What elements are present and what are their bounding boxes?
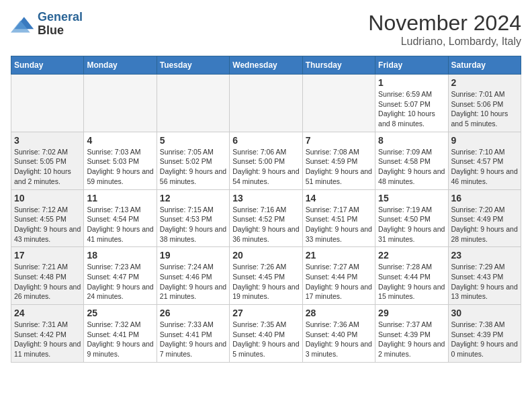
calendar-day-cell <box>84 75 157 132</box>
day-info: Sunrise: 7:09 AM Sunset: 4:58 PM Dayligh… <box>378 147 445 187</box>
day-info: Sunrise: 7:29 AM Sunset: 4:43 PM Dayligh… <box>451 262 518 302</box>
calendar-day-cell: 17Sunrise: 7:21 AM Sunset: 4:48 PM Dayli… <box>11 247 84 305</box>
calendar-day-cell: 8Sunrise: 7:09 AM Sunset: 4:58 PM Daylig… <box>375 132 448 189</box>
day-info: Sunrise: 7:36 AM Sunset: 4:40 PM Dayligh… <box>306 320 372 359</box>
calendar-day-cell: 13Sunrise: 7:16 AM Sunset: 4:52 PM Dayli… <box>230 189 302 247</box>
day-number: 4 <box>87 135 153 146</box>
day-number: 7 <box>306 135 372 146</box>
calendar-day-cell: 29Sunrise: 7:37 AM Sunset: 4:39 PM Dayli… <box>375 305 448 363</box>
calendar-day-cell: 15Sunrise: 7:19 AM Sunset: 4:50 PM Dayli… <box>375 189 448 247</box>
day-info: Sunrise: 7:24 AM Sunset: 4:46 PM Dayligh… <box>160 262 226 302</box>
day-number: 18 <box>87 250 153 261</box>
day-number: 24 <box>14 308 81 318</box>
day-info: Sunrise: 7:28 AM Sunset: 4:44 PM Dayligh… <box>378 262 445 302</box>
day-number: 3 <box>14 135 81 146</box>
calendar-day-cell: 9Sunrise: 7:10 AM Sunset: 4:57 PM Daylig… <box>448 132 521 189</box>
calendar-day-cell: 22Sunrise: 7:28 AM Sunset: 4:44 PM Dayli… <box>375 247 448 305</box>
calendar-day-cell: 1Sunrise: 6:59 AM Sunset: 5:07 PM Daylig… <box>375 75 448 132</box>
day-number: 23 <box>451 250 518 261</box>
day-number: 2 <box>451 77 518 88</box>
calendar-day-cell: 16Sunrise: 7:20 AM Sunset: 4:49 PM Dayli… <box>448 189 521 247</box>
day-number: 16 <box>451 193 518 203</box>
calendar-day-cell <box>157 75 229 132</box>
day-info: Sunrise: 7:13 AM Sunset: 4:54 PM Dayligh… <box>87 205 153 244</box>
day-number: 17 <box>14 250 81 261</box>
logo-line1: General <box>38 11 83 24</box>
calendar-day-cell: 18Sunrise: 7:23 AM Sunset: 4:47 PM Dayli… <box>84 247 157 305</box>
day-number: 30 <box>451 308 518 318</box>
calendar-week-row: 1Sunrise: 6:59 AM Sunset: 5:07 PM Daylig… <box>11 75 521 132</box>
calendar-day-cell: 23Sunrise: 7:29 AM Sunset: 4:43 PM Dayli… <box>448 247 521 305</box>
day-number: 19 <box>160 250 226 261</box>
calendar-day-cell: 24Sunrise: 7:31 AM Sunset: 4:42 PM Dayli… <box>11 305 84 363</box>
calendar-day-cell: 30Sunrise: 7:38 AM Sunset: 4:39 PM Dayli… <box>448 305 521 363</box>
day-number: 6 <box>232 135 299 146</box>
day-number: 1 <box>378 77 445 88</box>
day-info: Sunrise: 7:03 AM Sunset: 5:03 PM Dayligh… <box>87 147 153 187</box>
day-info: Sunrise: 7:33 AM Sunset: 4:41 PM Dayligh… <box>160 320 226 359</box>
calendar-day-cell: 14Sunrise: 7:17 AM Sunset: 4:51 PM Dayli… <box>302 189 375 247</box>
day-number: 26 <box>160 308 226 318</box>
day-info: Sunrise: 7:12 AM Sunset: 4:55 PM Dayligh… <box>14 205 81 244</box>
day-info: Sunrise: 7:01 AM Sunset: 5:06 PM Dayligh… <box>451 89 518 129</box>
calendar-table: SundayMondayTuesdayWednesdayThursdayFrid… <box>11 56 521 363</box>
day-info: Sunrise: 7:37 AM Sunset: 4:39 PM Dayligh… <box>378 320 445 359</box>
day-info: Sunrise: 7:23 AM Sunset: 4:47 PM Dayligh… <box>87 262 153 302</box>
calendar-day-cell: 2Sunrise: 7:01 AM Sunset: 5:06 PM Daylig… <box>448 75 521 132</box>
day-number: 29 <box>378 308 445 318</box>
calendar-day-cell: 12Sunrise: 7:15 AM Sunset: 4:53 PM Dayli… <box>157 189 229 247</box>
logo: General Blue <box>11 11 83 38</box>
calendar-day-cell <box>302 75 375 132</box>
header: General Blue November 2024 Ludriano, Lom… <box>11 11 521 48</box>
calendar-day-cell: 11Sunrise: 7:13 AM Sunset: 4:54 PM Dayli… <box>84 189 157 247</box>
day-info: Sunrise: 7:20 AM Sunset: 4:49 PM Dayligh… <box>451 205 518 244</box>
day-number: 15 <box>378 193 445 203</box>
day-info: Sunrise: 7:15 AM Sunset: 4:53 PM Dayligh… <box>160 205 226 244</box>
weekday-header: Thursday <box>302 56 375 75</box>
location-title: Ludriano, Lombardy, Italy <box>368 36 521 48</box>
day-info: Sunrise: 7:26 AM Sunset: 4:45 PM Dayligh… <box>232 262 299 302</box>
calendar-day-cell: 4Sunrise: 7:03 AM Sunset: 5:03 PM Daylig… <box>84 132 157 189</box>
calendar-day-cell: 27Sunrise: 7:35 AM Sunset: 4:40 PM Dayli… <box>230 305 302 363</box>
day-number: 28 <box>306 308 372 318</box>
day-info: Sunrise: 7:27 AM Sunset: 4:44 PM Dayligh… <box>306 262 372 302</box>
day-number: 8 <box>378 135 445 146</box>
weekday-header: Friday <box>375 56 448 75</box>
day-number: 11 <box>87 193 153 203</box>
day-info: Sunrise: 7:17 AM Sunset: 4:51 PM Dayligh… <box>306 205 372 244</box>
day-info: Sunrise: 7:32 AM Sunset: 4:41 PM Dayligh… <box>87 320 153 359</box>
day-info: Sunrise: 7:06 AM Sunset: 5:00 PM Dayligh… <box>232 147 299 187</box>
calendar-day-cell <box>11 75 84 132</box>
day-info: Sunrise: 7:35 AM Sunset: 4:40 PM Dayligh… <box>232 320 299 359</box>
calendar-day-cell: 20Sunrise: 7:26 AM Sunset: 4:45 PM Dayli… <box>230 247 302 305</box>
calendar-day-cell <box>230 75 302 132</box>
weekday-header: Wednesday <box>230 56 302 75</box>
day-info: Sunrise: 7:10 AM Sunset: 4:57 PM Dayligh… <box>451 147 518 187</box>
calendar-day-cell: 10Sunrise: 7:12 AM Sunset: 4:55 PM Dayli… <box>11 189 84 247</box>
calendar-day-cell: 28Sunrise: 7:36 AM Sunset: 4:40 PM Dayli… <box>302 305 375 363</box>
weekday-header: Sunday <box>11 56 84 75</box>
day-number: 25 <box>87 308 153 318</box>
day-number: 9 <box>451 135 518 146</box>
calendar-week-row: 3Sunrise: 7:02 AM Sunset: 5:05 PM Daylig… <box>11 132 521 189</box>
calendar-day-cell: 3Sunrise: 7:02 AM Sunset: 5:05 PM Daylig… <box>11 132 84 189</box>
calendar-week-row: 17Sunrise: 7:21 AM Sunset: 4:48 PM Dayli… <box>11 247 521 305</box>
weekday-header: Saturday <box>448 56 521 75</box>
title-area: November 2024 Ludriano, Lombardy, Italy <box>368 11 521 48</box>
day-number: 21 <box>306 250 372 261</box>
day-info: Sunrise: 6:59 AM Sunset: 5:07 PM Dayligh… <box>378 89 445 129</box>
weekday-header: Tuesday <box>157 56 229 75</box>
calendar-day-cell: 5Sunrise: 7:05 AM Sunset: 5:02 PM Daylig… <box>157 132 229 189</box>
day-number: 10 <box>14 193 81 203</box>
day-info: Sunrise: 7:02 AM Sunset: 5:05 PM Dayligh… <box>14 147 81 187</box>
day-number: 20 <box>232 250 299 261</box>
day-info: Sunrise: 7:19 AM Sunset: 4:50 PM Dayligh… <box>378 205 445 244</box>
day-number: 5 <box>160 135 226 146</box>
day-info: Sunrise: 7:38 AM Sunset: 4:39 PM Dayligh… <box>451 320 518 359</box>
day-info: Sunrise: 7:05 AM Sunset: 5:02 PM Dayligh… <box>160 147 226 187</box>
day-info: Sunrise: 7:16 AM Sunset: 4:52 PM Dayligh… <box>232 205 299 244</box>
calendar-day-cell: 6Sunrise: 7:06 AM Sunset: 5:00 PM Daylig… <box>230 132 302 189</box>
day-number: 12 <box>160 193 226 203</box>
calendar-day-cell: 26Sunrise: 7:33 AM Sunset: 4:41 PM Dayli… <box>157 305 229 363</box>
calendar-day-cell: 7Sunrise: 7:08 AM Sunset: 4:59 PM Daylig… <box>302 132 375 189</box>
